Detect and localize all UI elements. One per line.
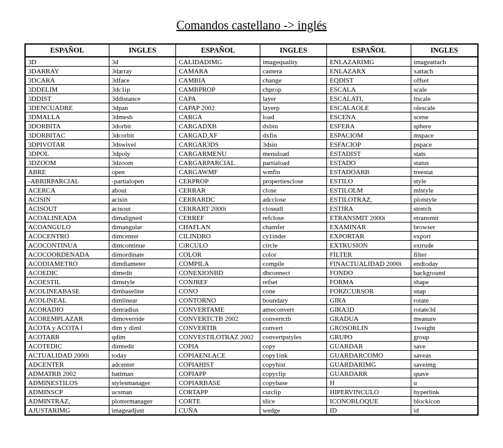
table-row: ACOCONTINUAdimcontinueCiRCULOcircleEXTRU…: [25, 241, 478, 250]
cell-english: 3dpan: [109, 103, 176, 112]
cell-spanish: ESTILO: [327, 177, 411, 186]
cell-english: about: [109, 186, 176, 195]
cell-english: dbconnect: [260, 268, 327, 277]
table-row: ACOCOORDENADAdimordinateCOLORcolorFILTER…: [25, 250, 478, 259]
cell-spanish: ACOLINEABASE: [25, 287, 109, 296]
cell-spanish: 3DORBITA: [25, 122, 109, 131]
cell-spanish: H: [327, 378, 411, 387]
cell-english: copy1ink: [260, 351, 327, 360]
cell-english: blockicon: [411, 397, 478, 406]
cell-spanish: ACOCENTRO: [25, 232, 109, 241]
cell-spanish: CONO: [176, 287, 260, 296]
cell-spanish: CUÑA: [176, 406, 260, 416]
table-row: ACERCAaboutCERRARcloseESTILOLMmlstyle: [25, 186, 478, 195]
cell-english: measure: [411, 314, 478, 323]
cell-spanish: 3DARRAY: [25, 67, 109, 76]
table-row: 3DDIST3ddistanceCAPAlayerESCALATI,ltscal…: [25, 94, 478, 103]
cell-spanish: 3D: [25, 57, 109, 67]
cell-spanish: ACOTA y ACOTA l: [25, 323, 109, 332]
cell-spanish: CONVERTCTB 2002: [176, 314, 260, 323]
cell-english: cutclip: [260, 387, 327, 397]
cell-english: snap: [411, 287, 478, 296]
cell-english: menuload: [260, 149, 327, 158]
commands-table: ESPAÑOL INGLES ESPAÑOL INGLES ESPAÑOL IN…: [24, 43, 479, 416]
cell-english: cone: [260, 287, 327, 296]
cell-spanish: ESFACIOP: [327, 140, 411, 149]
cell-spanish: 3DDELIM: [25, 85, 109, 94]
table-row: ACOTEDICdimteditCOPIAcopyGUARDARsave: [25, 342, 478, 351]
cell-spanish: CORTAPP: [176, 387, 260, 397]
cell-english: dimangular: [109, 222, 176, 232]
cell-spanish: ACTUALIDAD 2000i: [25, 351, 109, 360]
cell-spanish: GUARDAR: [327, 342, 411, 351]
table-row: 3DMALLA3dmeshCARGAloadESCENAscene: [25, 112, 478, 122]
cell-english: id: [411, 406, 478, 416]
cell-english: layerp: [260, 103, 327, 112]
cell-spanish: CONEXIONBD: [176, 268, 260, 277]
cell-english: plotstyle: [411, 195, 478, 204]
col-header-es: ESPAÑOL: [176, 44, 260, 57]
cell-english: 3d: [109, 57, 176, 67]
cell-english: 1weight: [411, 323, 478, 332]
cell-english: scene: [411, 112, 478, 122]
cell-spanish: ACOANGULO: [25, 222, 109, 232]
cell-english: group: [411, 332, 478, 342]
cell-spanish: CARGAD,XF: [176, 131, 260, 140]
cell-english: adcenter: [109, 360, 176, 369]
cell-english: treestat: [411, 167, 478, 177]
cell-spanish: GUARDARCOMO: [327, 351, 411, 360]
cell-english: close: [260, 186, 327, 195]
cell-spanish: ACODIAMETRO: [25, 259, 109, 268]
table-row: 3DDELIM3dc1ipCAMBPROPchpropESCALAscale: [25, 85, 478, 94]
cell-english: 3ddistance: [109, 94, 176, 103]
table-row: ACOTARRqdimCONVESTILOTRAZ 2002convertpst…: [25, 332, 478, 342]
cell-spanish: COPIAHIST: [176, 360, 260, 369]
cell-english: adcclose: [260, 195, 327, 204]
cell-spanish: ICONOBLOQUE: [327, 397, 411, 406]
cell-english: circle: [260, 241, 327, 250]
cell-english: dimlinear: [109, 296, 176, 305]
cell-spanish: ADMATRB 2002: [25, 369, 109, 378]
cell-english: change: [260, 76, 327, 85]
table-row: 3DPIVOTAR3dswivelCARGAR3DS3dsinESFACIOPp…: [25, 140, 478, 149]
table-row: 3DENCUADRE3dpanCAPAP 2002layerpESCALAOLE…: [25, 103, 478, 112]
cell-spanish: 3DZOOM: [25, 158, 109, 167]
cell-spanish: ABRE: [25, 167, 109, 177]
cell-spanish: CERRAR: [176, 186, 260, 195]
table-header-row: ESPAÑOL INGLES ESPAÑOL INGLES ESPAÑOL IN…: [25, 44, 478, 57]
table-row: ACOESTILdimstyleCONJREFrefsetFORMAshape: [25, 277, 478, 287]
cell-spanish: GIRA: [327, 296, 411, 305]
cell-spanish: COPIAENLACE: [176, 351, 260, 360]
cell-spanish: CARGAR3DS: [176, 140, 260, 149]
cell-english: imageadjust: [109, 406, 176, 416]
cell-english: load: [260, 112, 327, 122]
table-row: 3DARRAY3darrayCAMARAcameraENLAZARXxattac…: [25, 67, 478, 76]
cell-english: 3dcorbit: [109, 131, 176, 140]
cell-spanish: ESTIRA: [327, 204, 411, 213]
cell-spanish: COMPILA: [176, 259, 260, 268]
table-row: ADMINSCPucsmanCORTAPPcutclipHIPERVINCULO…: [25, 387, 478, 397]
cell-spanish: FINACTUALIDAD 2000i: [327, 259, 411, 268]
table-row: ACTUALIDAD 2000itodayCOPIAENLACEcopy1ink…: [25, 351, 478, 360]
cell-spanish: ACOALINEADA: [25, 213, 109, 222]
cell-spanish: CERPROP: [176, 177, 260, 186]
cell-english: dxbin: [260, 122, 327, 131]
cell-english: chprop: [260, 85, 327, 94]
cell-english: u: [411, 378, 478, 387]
cell-spanish: ESTADO: [327, 158, 411, 167]
cell-english: rotate3d: [411, 305, 478, 314]
cell-english: 3dorbit: [109, 122, 176, 131]
table-row: ACOEDICdimeditCONEXIONBDdbconnectFONDOba…: [25, 268, 478, 277]
cell-english: color: [260, 250, 327, 259]
cell-spanish: ESTILOTRAZ,: [327, 195, 411, 204]
table-row: ACISOUTacisoutCERRART 2000icloseallESTIR…: [25, 204, 478, 213]
cell-english: dimordinate: [109, 250, 176, 259]
col-header-en: INGLES: [260, 44, 327, 57]
cell-english: -partialopen: [109, 177, 176, 186]
cell-spanish: CONTORNO: [176, 296, 260, 305]
cell-english: stats: [411, 149, 478, 158]
cell-spanish: ACOLINEAL: [25, 296, 109, 305]
cell-english: pspace: [411, 140, 478, 149]
cell-spanish: ESCALAOLE: [327, 103, 411, 112]
cell-english: wmfin: [260, 167, 327, 177]
